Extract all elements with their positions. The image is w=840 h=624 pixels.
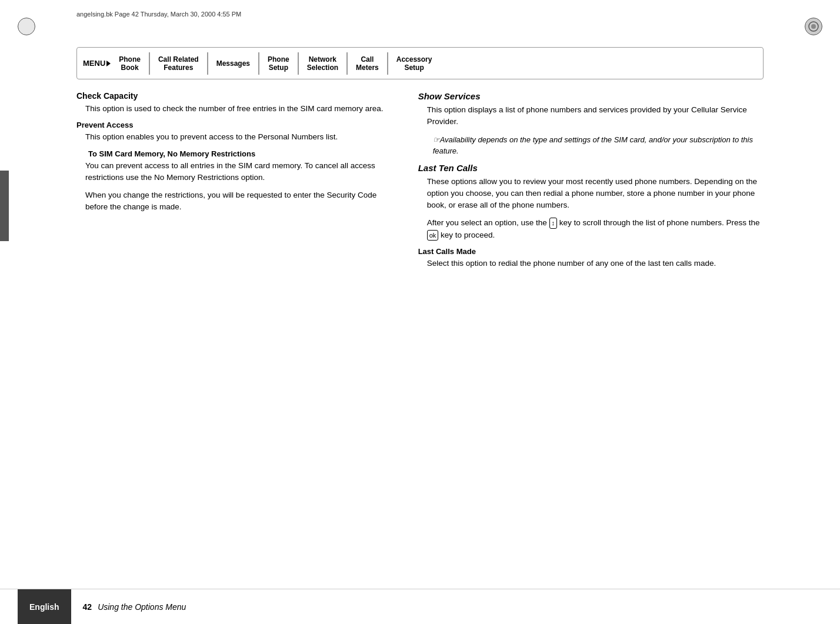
- nav-call-meters-line1: Call: [361, 55, 374, 64]
- footer-language: English: [18, 589, 71, 624]
- last-ten-calls-body: These options allow you to review your m…: [427, 176, 764, 212]
- scroll-key-icon: ↕: [549, 218, 558, 229]
- last-calls-made-body: Select this option to redial the phone n…: [427, 258, 764, 269]
- scroll-text-3: key to proceed.: [441, 231, 495, 239]
- nav-network-line2: Selection: [307, 64, 338, 72]
- nav-network-line1: Network: [309, 55, 336, 64]
- nav-sep-4: [298, 52, 299, 75]
- nav-item-phone-setup[interactable]: Phone Setup: [261, 48, 296, 79]
- side-tab: [0, 171, 9, 241]
- last-calls-made-title: Last Calls Made: [418, 247, 764, 256]
- nav-accessory-line1: Accessory: [396, 55, 432, 64]
- right-column: Show Services This option displays a lis…: [406, 91, 764, 577]
- navigation-bar: MENU Phone Book Call Related Features Me…: [76, 47, 764, 79]
- prevent-access-body: This option enables you to prevent acces…: [85, 131, 395, 143]
- nav-phone-setup-line2: Setup: [269, 64, 288, 72]
- nav-phone-setup-line1: Phone: [268, 55, 289, 64]
- left-column: Check Capacity This option is used to ch…: [76, 91, 406, 577]
- footer-page-number: 42: [83, 602, 92, 612]
- nav-item-network-selection[interactable]: Network Selection: [300, 48, 345, 79]
- nav-item-accessory-setup[interactable]: Accessory Setup: [389, 48, 439, 79]
- nav-sep-5: [346, 52, 348, 75]
- sim-card-memory-body2: When you change the restrictions, you wi…: [85, 189, 395, 213]
- nav-sep-2: [207, 52, 208, 75]
- menu-text: MENU: [83, 59, 105, 68]
- prevent-access-title: Prevent Access: [76, 121, 395, 129]
- nav-item-call-meters[interactable]: Call Meters: [349, 48, 386, 79]
- footer: English 42 Using the Options Menu: [0, 589, 840, 624]
- nav-accessory-line2: Setup: [404, 64, 424, 72]
- note-icon: ☞: [433, 135, 440, 144]
- corner-decoration-tl: [18, 18, 35, 35]
- ok-key-icon: ok: [427, 230, 439, 241]
- menu-arrow-icon: [106, 61, 111, 66]
- content-area: Check Capacity This option is used to ch…: [76, 91, 764, 577]
- nav-phone-book-line1: Phone: [119, 55, 141, 64]
- nav-phone-book-line2: Book: [121, 64, 139, 72]
- nav-item-call-related[interactable]: Call Related Features: [151, 48, 206, 79]
- show-services-note-text: Availability depends on the type and set…: [433, 135, 753, 156]
- svg-point-1: [811, 24, 816, 29]
- check-capacity-body: This option is used to check the number …: [85, 103, 395, 115]
- scroll-text-2: key to scroll through the list of phone …: [559, 218, 760, 227]
- nav-call-related-line2: Features: [164, 64, 193, 72]
- nav-call-meters-line2: Meters: [356, 64, 379, 72]
- last-ten-calls-scroll: After you select an option, use the ↕ ke…: [427, 217, 764, 241]
- corner-decoration-tr: [805, 18, 822, 35]
- nav-item-messages[interactable]: Messages: [209, 48, 257, 79]
- show-services-note: ☞Availability depends on the type and se…: [433, 134, 764, 157]
- show-services-title: Show Services: [418, 91, 764, 101]
- nav-sep-1: [149, 52, 150, 75]
- nav-sep-3: [258, 52, 259, 75]
- nav-call-related-line1: Call Related: [158, 55, 199, 64]
- check-capacity-title: Check Capacity: [76, 91, 395, 101]
- file-info: angelsing.bk Page 42 Thursday, March 30,…: [76, 11, 241, 18]
- scroll-text-1: After you select an option, use the: [427, 218, 547, 227]
- nav-messages-line1: Messages: [216, 59, 250, 68]
- sim-card-memory-body1: You can prevent access to all entries in…: [85, 160, 395, 184]
- nav-item-phone-book[interactable]: Phone Book: [112, 48, 148, 79]
- last-ten-calls-title: Last Ten Calls: [418, 163, 764, 173]
- sim-card-memory-title: To SIM Card Memory, No Memory Restrictio…: [88, 149, 395, 158]
- footer-caption: Using the Options Menu: [98, 602, 186, 612]
- nav-sep-6: [387, 52, 388, 75]
- menu-label: MENU: [77, 59, 112, 68]
- show-services-body: This option displays a list of phone num…: [427, 104, 764, 128]
